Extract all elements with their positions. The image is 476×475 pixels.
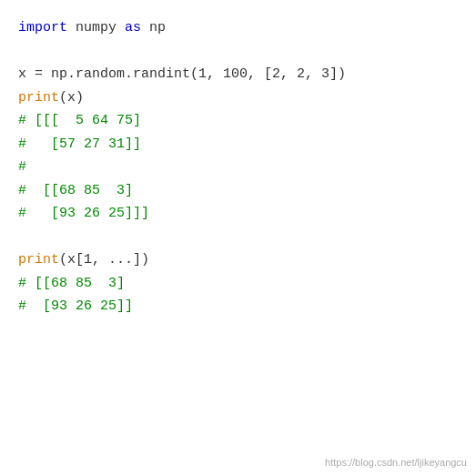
blank-line-1 <box>18 40 458 64</box>
code-line-6: # <box>18 156 458 179</box>
code-line-3: print(x) <box>18 86 458 110</box>
func-print-1: print <box>18 86 59 110</box>
keyword-import: import <box>18 16 67 40</box>
code-line-1: import numpy as np <box>18 16 458 40</box>
code-line-8: # [93 26 25]]] <box>18 202 458 226</box>
code-line-7: # [[68 85 3] <box>18 179 458 203</box>
code-line-10: # [[68 85 3] <box>18 272 458 296</box>
code-line-4: # [[[ 5 64 75] <box>18 109 458 133</box>
code-line-11: # [93 26 25]] <box>18 295 458 318</box>
keyword-as: as <box>125 16 141 40</box>
func-print-2: print <box>18 248 59 272</box>
code-block: import numpy as np x = np.random.randint… <box>0 0 476 335</box>
blank-line-2 <box>18 226 458 249</box>
code-line-2: x = np.random.randint(1, 100, [2, 2, 3]) <box>18 63 458 86</box>
code-line-5: # [57 27 31]] <box>18 133 458 157</box>
watermark: https://blog.csdn.net/ljikeyangcu <box>325 457 467 468</box>
code-line-9: print(x[1, ...]) <box>18 248 458 272</box>
